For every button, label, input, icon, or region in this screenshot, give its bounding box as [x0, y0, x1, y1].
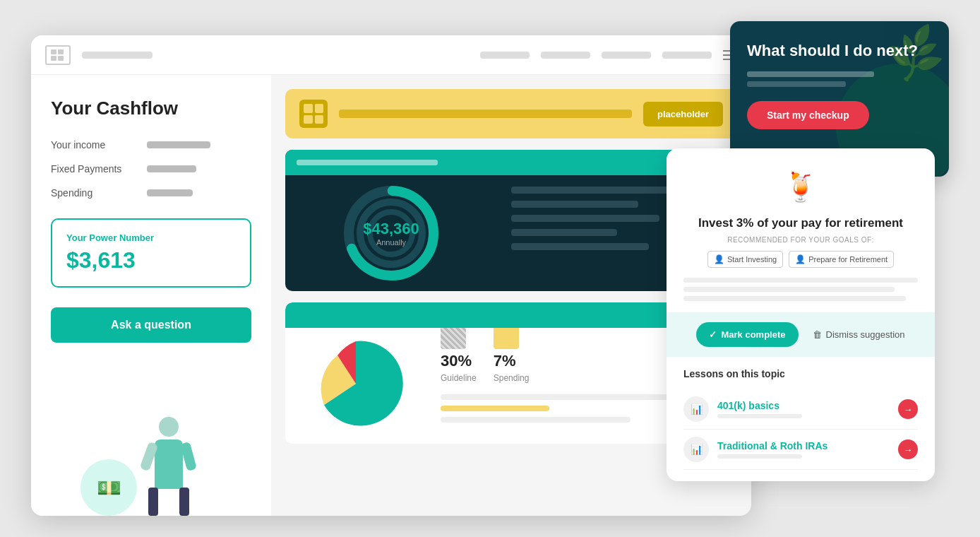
next-card-title: What should I do next?	[747, 41, 932, 61]
dismiss-label: Dismiss suggestion	[826, 329, 905, 340]
yellow-banner: placeholder	[285, 89, 737, 138]
radial-amount: $43,360	[363, 220, 419, 238]
right-bar-1	[511, 187, 681, 194]
trash-icon: 🗑	[813, 329, 822, 340]
cocktail-icon: 🍹	[783, 170, 818, 203]
cashflow-items: Your income Fixed Payments Spending	[51, 139, 251, 199]
person-head	[159, 417, 179, 437]
right-bar-2	[511, 201, 638, 208]
lesson-icon-401k: 📊	[683, 396, 709, 422]
guideline-value: 30%	[441, 352, 477, 370]
svg-rect-1	[58, 49, 64, 54]
guideline-label: Guideline	[441, 373, 477, 383]
invest-icon: 🍹	[779, 165, 822, 208]
nav-placeholder-1	[82, 52, 153, 59]
next-card-subtitle-bar-1	[747, 71, 874, 77]
check-icon: ✓	[709, 329, 717, 340]
cashflow-title: Your Cashflow	[51, 98, 251, 119]
invest-tags: 👤 Start Investing 👤 Prepare for Retireme…	[683, 251, 918, 268]
bottom-bar-1	[441, 394, 685, 400]
lesson-401k-bar	[717, 414, 802, 418]
nav-item-1[interactable]	[480, 52, 530, 59]
banner-button[interactable]: placeholder	[643, 102, 723, 126]
teal-header-bar	[297, 160, 438, 165]
pie-chart	[306, 334, 405, 433]
svg-rect-2	[51, 56, 56, 61]
nav-item-3[interactable]	[602, 52, 651, 59]
lesson-item-ira[interactable]: 📊 Traditional & Roth IRAs →	[683, 430, 918, 470]
radial-period: Annually	[363, 238, 419, 247]
invest-desc-bars	[683, 278, 918, 301]
mark-complete-label: Mark complete	[721, 329, 785, 340]
invest-subtitle: RECOMMENDED FOR YOUR GOALS OF:	[683, 236, 918, 244]
spending-value: 7%	[494, 352, 530, 370]
lesson-401k-title: 401(k) basics	[717, 400, 898, 411]
mark-complete-button[interactable]: ✓ Mark complete	[696, 322, 798, 347]
svg-rect-0	[51, 49, 56, 54]
investing-tag-label: Start Investing	[727, 255, 777, 264]
bottom-bar-2	[441, 417, 631, 423]
spending-label: Spending	[51, 187, 136, 199]
lessons-title: Lessons on this topic	[683, 368, 918, 379]
lesson-arrow-ira[interactable]: →	[898, 439, 918, 459]
right-bar-3	[511, 215, 659, 222]
ask-question-button[interactable]: Ask a question	[51, 307, 251, 343]
banner-text-bar	[339, 110, 632, 118]
main-window: Your Cashflow Your income Fixed Payments…	[31, 35, 751, 516]
stat-spending: 7% Spending	[494, 324, 530, 383]
bottom-left	[285, 302, 426, 444]
invest-desc-bar-1	[683, 278, 918, 283]
cashflow-item-fixed: Fixed Payments	[51, 163, 251, 175]
money-icon	[80, 459, 137, 516]
invest-card-inner: 🍹 Invest 3% of your pay for retirement R…	[667, 148, 935, 301]
investing-tag-icon: 👤	[714, 254, 724, 264]
power-number-value: $3,613	[66, 247, 236, 273]
invest-title: Invest 3% of your pay for retirement	[683, 216, 918, 230]
lesson-content-ira: Traditional & Roth IRAs	[717, 440, 898, 459]
lesson-content-401k: 401(k) basics	[717, 400, 898, 418]
retirement-tag-icon: 👤	[795, 254, 806, 264]
lesson-icon-ira: 📊	[683, 437, 709, 462]
start-checkup-button[interactable]: Start my checkup	[747, 101, 869, 129]
right-bar-5	[511, 243, 649, 250]
nav-logo	[45, 45, 71, 65]
person-figure	[144, 417, 193, 516]
right-bar-4	[511, 229, 617, 236]
sidebar-illustration	[45, 403, 229, 516]
nav-bar	[31, 35, 751, 75]
cashflow-item-income: Your income	[51, 139, 251, 151]
banner-icon	[299, 100, 328, 128]
sidebar: Your Cashflow Your income Fixed Payments…	[31, 75, 271, 516]
lesson-ira-bar	[717, 454, 802, 459]
invest-actions: ✓ Mark complete 🗑 Dismiss suggestion	[667, 312, 935, 357]
invest-card: 🍹 Invest 3% of your pay for retirement R…	[667, 148, 935, 481]
income-bar	[147, 141, 210, 148]
next-card-subtitle-bar-2	[747, 81, 846, 87]
radial-chart: $43,360 Annually	[342, 184, 441, 283]
retirement-tag-label: Prepare for Retirement	[808, 255, 888, 264]
svg-rect-3	[58, 56, 64, 61]
nav-item-4[interactable]	[662, 52, 712, 59]
invest-desc-bar-2	[683, 287, 895, 292]
fixed-label: Fixed Payments	[51, 163, 136, 175]
spending-label: Spending	[494, 373, 530, 383]
stat-guideline: 30% Guideline	[441, 324, 477, 383]
nav-item-2[interactable]	[541, 52, 590, 59]
person-leg-left	[148, 488, 158, 516]
power-number-label: Your Power Number	[66, 232, 236, 243]
lessons-section: Lessons on this topic 📊 401(k) basics → …	[667, 357, 935, 481]
invest-tag-retirement: 👤 Prepare for Retirement	[789, 251, 894, 268]
cashflow-item-spending: Spending	[51, 187, 251, 199]
lesson-arrow-401k[interactable]: →	[898, 399, 918, 419]
income-label: Your income	[51, 139, 136, 151]
spending-bar	[147, 189, 193, 196]
person-leg-right	[179, 488, 189, 516]
radial-value: $43,360 Annually	[363, 220, 419, 247]
invest-tag-investing: 👤 Start Investing	[707, 251, 783, 268]
lesson-item-401k[interactable]: 📊 401(k) basics →	[683, 389, 918, 430]
power-number-box: Your Power Number $3,613	[51, 218, 251, 288]
invest-desc-bar-3	[683, 296, 906, 301]
bottom-bar-gold	[441, 406, 549, 411]
fixed-bar	[147, 165, 196, 172]
dismiss-button[interactable]: 🗑 Dismiss suggestion	[813, 329, 905, 340]
